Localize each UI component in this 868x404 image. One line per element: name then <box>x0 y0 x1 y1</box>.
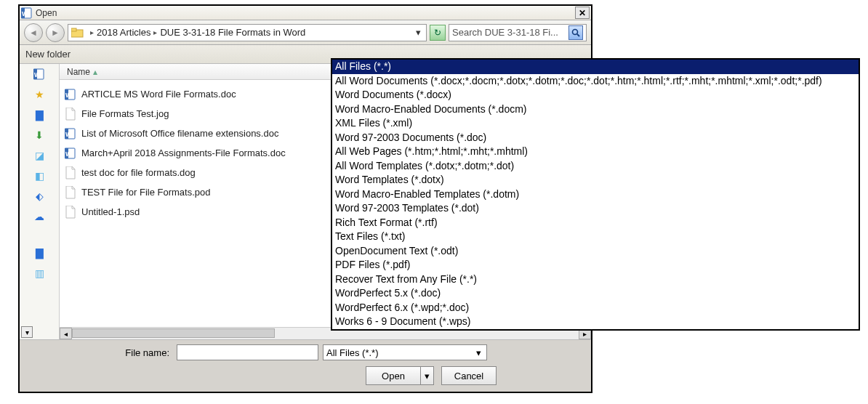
svg-rect-6 <box>71 28 76 31</box>
filetype-select[interactable]: All Files (*.*) ▾ <box>323 344 487 360</box>
filetype-option[interactable]: Rich Text Format (*.rtf) <box>332 216 859 230</box>
forward-button[interactable]: ► <box>46 23 65 42</box>
dialog-footer: File name: All Files (*.*) ▾ Open ▾ Canc… <box>20 339 591 392</box>
chevron-icon: ▸ <box>90 28 94 36</box>
word-doc-icon <box>63 126 79 141</box>
filetype-option[interactable]: Works 6 - 9 Document (*.wps) <box>332 315 859 329</box>
filetype-option[interactable]: All Files (*.*) <box>332 60 859 74</box>
nav-sidebar: ★ ▇ ⬇ ◪ ◧ ⬖ ☁ ▇ ▥ ▾ <box>20 64 60 339</box>
scroll-thumb[interactable] <box>72 328 275 338</box>
file-name: TEST File for File Formats.pod <box>81 187 210 198</box>
filetype-option[interactable]: All Word Documents (*.docx;*.docm;*.dotx… <box>332 74 859 89</box>
back-button[interactable]: ◄ <box>24 23 43 42</box>
sidebar-toggle-button[interactable]: ▾ <box>21 326 33 338</box>
sidebar-word-icon[interactable] <box>31 67 47 81</box>
search-go-button[interactable] <box>568 25 583 40</box>
window-title: Open <box>36 8 575 18</box>
folder-icon <box>71 26 84 39</box>
file-name: Untitled-1.psd <box>81 206 140 217</box>
file-name: List of Microsoft Office filename extens… <box>81 128 278 139</box>
sidebar-box2-icon[interactable]: ◧ <box>31 169 47 183</box>
filetype-option[interactable]: Recover Text from Any File (*.*) <box>332 272 859 287</box>
filetype-option[interactable]: WordPerfect 6.x (*.wpd;*.doc) <box>332 301 859 315</box>
cancel-button[interactable]: Cancel <box>441 366 497 385</box>
sidebar-folder2-icon[interactable]: ▇ <box>31 246 47 260</box>
address-bar[interactable]: ▸ 2018 Articles ▸ DUE 3-31-18 File Forma… <box>68 24 427 41</box>
filetype-option[interactable]: Text Files (*.txt) <box>332 230 859 244</box>
filetype-option[interactable]: XML Files (*.xml) <box>332 116 859 131</box>
word-doc-icon <box>63 87 79 102</box>
breadcrumb-part[interactable]: 2018 Articles <box>97 27 150 38</box>
sidebar-recent-icon[interactable]: ▥ <box>31 266 47 280</box>
open-button[interactable]: Open <box>366 366 421 385</box>
filetype-option[interactable]: PDF Files (*.pdf) <box>332 258 859 272</box>
open-split-button[interactable]: ▾ <box>421 366 434 385</box>
filename-label: File name: <box>27 347 172 358</box>
chevron-down-icon: ▾ <box>473 347 483 358</box>
refresh-button[interactable]: ↻ <box>430 25 446 41</box>
filename-input[interactable] <box>177 344 318 360</box>
sidebar-box-icon[interactable]: ◪ <box>31 148 47 163</box>
file-icon <box>63 107 79 121</box>
sort-asc-icon: ▴ <box>93 67 97 77</box>
filetype-option[interactable]: Word Macro-Enabled Templates (*.dotm) <box>332 187 859 202</box>
sidebar-folder-icon[interactable]: ▇ <box>31 108 47 122</box>
filetype-option[interactable]: Word 97-2003 Templates (*.dot) <box>332 201 859 216</box>
sidebar-cloud-icon[interactable]: ☁ <box>31 209 47 224</box>
breadcrumb-part[interactable]: DUE 3-31-18 File Formats in Word <box>160 27 305 38</box>
address-dropdown-icon[interactable]: ▾ <box>413 27 423 38</box>
file-name: ARTICLE MS Word File Formats.doc <box>81 89 236 100</box>
sidebar-downloads-icon[interactable]: ⬇ <box>31 128 47 142</box>
filetype-option[interactable]: OpenDocument Text (*.odt) <box>332 244 859 259</box>
titlebar: Open ✕ <box>20 6 591 20</box>
file-icon <box>63 205 79 219</box>
filetype-option[interactable]: All Word Templates (*.dotx;*.dotm;*.dot) <box>332 159 859 174</box>
scroll-left-button[interactable]: ◂ <box>60 328 72 339</box>
file-name: March+April 2018 Assignments-File Format… <box>81 148 286 158</box>
sidebar-dropbox-icon[interactable]: ⬖ <box>31 189 47 203</box>
file-name: File Formats Test.jog <box>81 108 169 119</box>
word-doc-icon <box>63 146 79 161</box>
filetype-option[interactable]: Word Documents (*.docx) <box>332 88 859 102</box>
file-icon <box>63 166 79 180</box>
search-placeholder: Search DUE 3-31-18 Fi... <box>452 27 568 38</box>
search-input[interactable]: Search DUE 3-31-18 Fi... <box>449 24 587 41</box>
filetype-option[interactable]: Word Templates (*.dotx) <box>332 173 859 187</box>
filetype-selected: All Files (*.*) <box>326 347 473 358</box>
filetype-option[interactable]: Word Macro-Enabled Documents (*.docm) <box>332 102 859 117</box>
file-name: test doc for file formats.dog <box>81 167 196 178</box>
sidebar-favorites-icon[interactable]: ★ <box>31 87 47 102</box>
file-icon <box>63 185 79 200</box>
filetype-option[interactable]: All Web Pages (*.htm;*.html;*.mht;*.mhtm… <box>332 145 859 159</box>
close-button[interactable]: ✕ <box>575 7 590 19</box>
filetype-dropdown[interactable]: All Files (*.*)All Word Documents (*.doc… <box>331 58 860 331</box>
new-folder-button[interactable]: New folder <box>25 49 71 60</box>
chevron-icon: ▸ <box>153 28 157 36</box>
filetype-option[interactable]: WordPerfect 5.x (*.doc) <box>332 286 859 301</box>
word-app-icon <box>21 7 33 19</box>
nav-toolbar: ◄ ► ▸ 2018 Articles ▸ DUE 3-31-18 File F… <box>20 20 591 45</box>
filetype-option[interactable]: Word 97-2003 Documents (*.doc) <box>332 131 859 145</box>
